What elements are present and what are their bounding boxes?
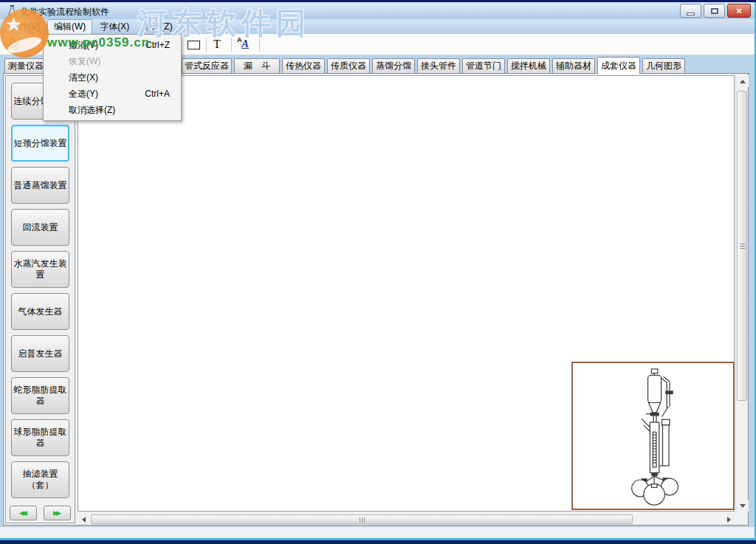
apparatus-sidebar: 连续分馏装置 短颈分馏装置 普通蒸馏装置 回流装置 水蒸汽发生装置 气体发生器 …	[5, 75, 75, 523]
scroll-left-button[interactable]	[78, 514, 89, 525]
tab-measuring-instruments[interactable]: 测量仪器	[4, 58, 47, 73]
menu-item-redo[interactable]: 恢复(W)	[44, 53, 181, 69]
tab-auxiliary-equipment[interactable]: 辅助器材	[552, 58, 595, 73]
horizontal-scroll-thumb[interactable]	[91, 514, 633, 524]
scroll-down-button[interactable]	[736, 500, 749, 512]
font-tool-icon[interactable]: A A	[237, 36, 255, 52]
sidebar-item-coil-fat-extractor[interactable]: 蛇形脂肪提取器	[11, 377, 69, 414]
vertical-scrollbar[interactable]	[735, 75, 748, 512]
tab-page-content: 连续分馏装置 短颈分馏装置 普通蒸馏装置 回流装置 水蒸汽发生装置 气体发生器 …	[3, 74, 749, 526]
status-bar	[0, 526, 756, 538]
sidebar-item-steam-generator[interactable]: 水蒸汽发生装置	[11, 251, 69, 288]
toolbar-separator	[231, 38, 232, 52]
sidebar-item-gas-generator[interactable]: 气体发生器	[11, 293, 69, 330]
prev-page-button[interactable]: ◀◀	[10, 506, 37, 520]
sidebar-item-reflux[interactable]: 回流装置	[11, 209, 69, 246]
sidebar-item-ordinary-distillation[interactable]: 普通蒸馏装置	[11, 167, 69, 204]
rectangle-tool-icon[interactable]	[188, 41, 200, 49]
app-window: 化学实验流程绘制软件 × 文件(V) 编辑(W) 字体(X) 帮助(Z) T A…	[0, 0, 756, 544]
tab-geometric-shapes[interactable]: 几何图形	[642, 58, 685, 73]
maximize-icon	[711, 8, 718, 14]
maximize-button[interactable]	[704, 4, 725, 18]
text-tool-icon[interactable]: T	[213, 38, 221, 51]
sidebar-item-kipp-generator[interactable]: 启普发生器	[11, 335, 69, 372]
scroll-right-button[interactable]	[723, 514, 735, 525]
arrow-right-icon	[727, 517, 731, 523]
arrow-down-icon	[740, 504, 746, 508]
shortcut-label: Ctrl+Z	[145, 37, 170, 53]
edit-dropdown-menu: 撤消(V) Ctrl+Z 恢复(W) 清空(X) 全选(Y) Ctrl+A 取消…	[43, 34, 182, 121]
window-title: 化学实验流程绘制软件	[21, 6, 109, 18]
app-icon	[7, 4, 18, 17]
window-controls: ×	[680, 4, 751, 18]
tab-mass-transfer[interactable]: 传质仪器	[327, 58, 370, 73]
menu-item-undo[interactable]: 撤消(V) Ctrl+Z	[44, 37, 181, 53]
title-bar: 化学实验流程绘制软件 ×	[0, 2, 756, 19]
tab-pipe-valves[interactable]: 管道节门	[462, 58, 505, 73]
menu-bar: 文件(V) 编辑(W) 字体(X) 帮助(Z)	[0, 19, 756, 34]
arrow-left-icon	[82, 517, 86, 523]
minimize-button[interactable]	[680, 4, 701, 18]
tab-distillation[interactable]: 蒸馏分馏	[372, 58, 415, 73]
vertical-scroll-thumb[interactable]	[737, 91, 747, 401]
tab-stirring-machinery[interactable]: 搅拌机械	[507, 58, 550, 73]
shortcut-label: Ctrl+A	[145, 86, 170, 102]
arrow-up-icon	[740, 80, 746, 83]
horizontal-scrollbar[interactable]	[78, 514, 735, 525]
close-button[interactable]: ×	[727, 4, 751, 18]
toolbar-separator	[206, 38, 207, 52]
tab-heat-transfer[interactable]: 传热仪器	[282, 58, 325, 73]
sidebar-item-suction-filter-set[interactable]: 抽滤装置（套）	[11, 461, 69, 498]
close-icon: ×	[736, 6, 742, 16]
menu-item-deselect[interactable]: 取消选择(Z)	[44, 102, 181, 118]
apparatus-preview-drawing	[623, 368, 688, 508]
sidebar-item-ball-fat-extractor[interactable]: 球形脂肪提取器	[11, 419, 69, 456]
tab-complete-apparatus[interactable]: 成套仪器	[597, 57, 640, 74]
sidebar-item-short-neck-fractionation[interactable]: 短颈分馏装置	[11, 125, 69, 162]
tab-funnel[interactable]: 漏 斗	[234, 58, 280, 73]
menu-help[interactable]: 帮助(Z)	[137, 19, 179, 35]
next-page-button[interactable]: ▶▶	[44, 506, 71, 520]
select-cursor-icon[interactable]	[9, 37, 21, 52]
tab-tube-reactor[interactable]: 管式反应器	[182, 58, 232, 73]
apparatus-preview-panel	[571, 362, 735, 510]
tab-joints-fittings[interactable]: 接头管件	[417, 58, 460, 73]
minimize-icon	[687, 13, 695, 16]
sidebar-pager: ◀◀ ▶▶	[10, 506, 71, 520]
menu-edit[interactable]: 编辑(W)	[47, 19, 92, 35]
toolbar-separator	[259, 38, 260, 52]
prev-arrows-icon: ◀◀	[19, 509, 25, 517]
menu-file[interactable]: 文件(V)	[4, 19, 47, 35]
next-arrows-icon: ▶▶	[53, 509, 59, 517]
menu-item-clear[interactable]: 清空(X)	[44, 69, 181, 86]
scroll-up-button[interactable]	[736, 75, 749, 87]
menu-font[interactable]: 字体(X)	[93, 19, 136, 35]
window-frame-bottom	[0, 540, 756, 544]
menu-item-select-all[interactable]: 全选(Y) Ctrl+A	[44, 86, 181, 102]
